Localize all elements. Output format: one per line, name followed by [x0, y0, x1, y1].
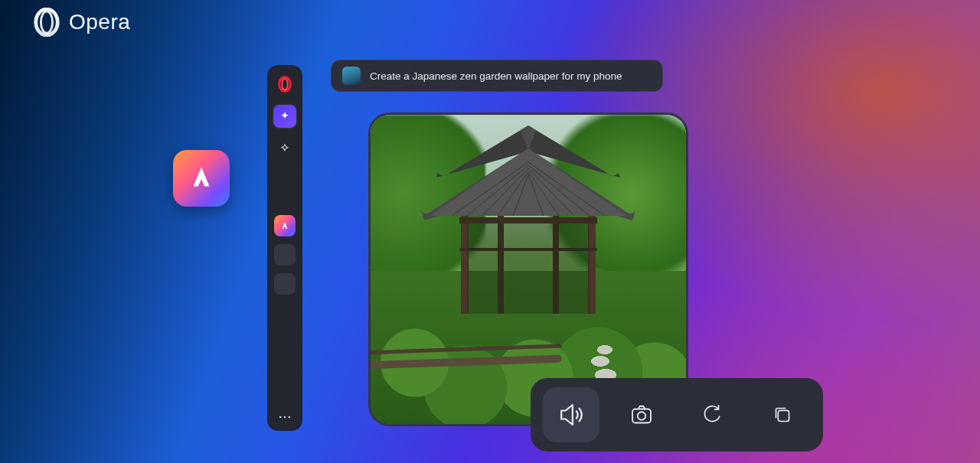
camera-icon	[628, 401, 655, 429]
svg-rect-27	[778, 410, 789, 421]
opera-icon	[276, 76, 293, 93]
aria-app-tile[interactable]	[173, 150, 230, 207]
opera-logo-icon	[32, 8, 61, 37]
sidebar	[267, 65, 302, 431]
refresh-button[interactable]	[684, 387, 740, 442]
svg-point-6	[289, 416, 291, 419]
center-target-icon	[279, 142, 291, 155]
svg-point-4	[279, 416, 282, 419]
svg-point-5	[284, 416, 286, 419]
prompt-bar[interactable]: Create a Japanese zen garden wallpaper f…	[331, 60, 663, 92]
svg-point-2	[279, 77, 291, 91]
svg-rect-24	[467, 223, 590, 314]
aria-app-icon	[279, 220, 291, 232]
copy-button[interactable]	[754, 387, 811, 442]
svg-point-0	[36, 9, 58, 35]
sound-icon	[554, 398, 588, 432]
sidebar-more-button[interactable]	[274, 409, 296, 425]
aria-glyph-icon	[185, 162, 217, 194]
camera-button[interactable]	[613, 387, 670, 442]
svg-point-3	[282, 78, 287, 90]
prompt-text: Create a Japanese zen garden wallpaper f…	[370, 70, 622, 82]
svg-marker-7	[430, 148, 626, 216]
sidebar-empty-slot-1[interactable]	[274, 244, 296, 266]
aria-sparkle-icon	[279, 110, 291, 122]
svg-rect-25	[632, 409, 651, 423]
copy-icon	[769, 402, 795, 428]
sidebar-empty-slot-2[interactable]	[274, 273, 296, 295]
sound-button[interactable]	[543, 387, 599, 442]
sidebar-center-button[interactable]	[273, 137, 296, 160]
sidebar-opera-button[interactable]	[273, 73, 296, 96]
sidebar-aria-app[interactable]	[274, 215, 296, 236]
brand-name: Opera	[69, 10, 130, 34]
refresh-icon	[699, 402, 725, 428]
image-actions-toolbar	[531, 378, 823, 452]
svg-rect-22	[459, 217, 597, 223]
user-avatar	[342, 67, 361, 85]
svg-point-26	[638, 412, 646, 420]
sidebar-aria-button[interactable]	[273, 105, 296, 128]
brand-logo: Opera	[32, 8, 130, 37]
svg-point-1	[41, 11, 52, 34]
more-icon	[277, 414, 292, 420]
